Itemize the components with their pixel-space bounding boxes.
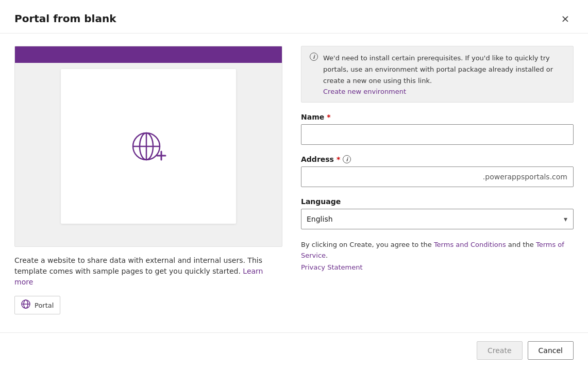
create-new-environment-link[interactable]: Create new environment xyxy=(323,88,406,95)
close-button[interactable]: × xyxy=(557,10,574,27)
terms-text: By clicking on Create, you agree to the … xyxy=(301,240,574,261)
name-required-star: * xyxy=(327,113,330,121)
portal-badge-label: Portal xyxy=(35,302,54,309)
info-content: We'd need to install certain prerequisit… xyxy=(323,53,565,96)
right-panel: i We'd need to install certain prerequis… xyxy=(301,46,574,322)
portal-badge-icon xyxy=(21,299,30,311)
address-info-icon: i xyxy=(343,155,351,163)
name-input[interactable] xyxy=(301,124,574,145)
address-form-group: Address * i .powerappsportals.com xyxy=(301,155,574,187)
portal-preview-inner xyxy=(61,69,236,224)
preview-content xyxy=(61,69,236,224)
dialog-body: Create a website to share data with exte… xyxy=(0,34,588,332)
portal-badge: Portal xyxy=(14,296,60,314)
description-block: Create a website to share data with exte… xyxy=(14,255,282,288)
privacy-statement-link[interactable]: Privacy Statement xyxy=(301,263,574,271)
cancel-button[interactable]: Cancel xyxy=(528,341,574,360)
terms-conditions-link[interactable]: Terms and Conditions xyxy=(434,241,506,248)
dialog-footer: Create Cancel xyxy=(0,332,588,368)
language-select-wrapper: English French German Spanish Japanese ▾ xyxy=(301,209,574,229)
create-button[interactable]: Create xyxy=(477,341,523,360)
info-banner: i We'd need to install certain prerequis… xyxy=(301,46,574,103)
info-icon: i xyxy=(310,53,318,61)
left-panel: Create a website to share data with exte… xyxy=(14,46,282,322)
globe-plus-icon xyxy=(128,126,169,167)
terms-block: By clicking on Create, you agree to the … xyxy=(301,240,574,271)
language-select[interactable]: English French German Spanish Japanese xyxy=(301,209,574,229)
language-label: Language xyxy=(301,197,574,206)
name-label: Name * xyxy=(301,113,574,121)
name-form-group: Name * xyxy=(301,113,574,145)
address-required-star: * xyxy=(337,155,340,163)
description-text: Create a website to share data with exte… xyxy=(14,255,282,288)
portal-preview xyxy=(14,46,282,247)
info-banner-text: We'd need to install certain prerequisit… xyxy=(323,54,553,85)
dialog-title: Portal from blank xyxy=(14,12,116,25)
address-input-wrapper: .powerappsportals.com xyxy=(301,166,574,187)
address-input[interactable] xyxy=(301,166,574,187)
dialog: Portal from blank × xyxy=(0,0,588,368)
language-form-group: Language English French German Spanish J… xyxy=(301,197,574,229)
dialog-header: Portal from blank × xyxy=(0,0,588,34)
address-label: Address * i xyxy=(301,155,574,163)
